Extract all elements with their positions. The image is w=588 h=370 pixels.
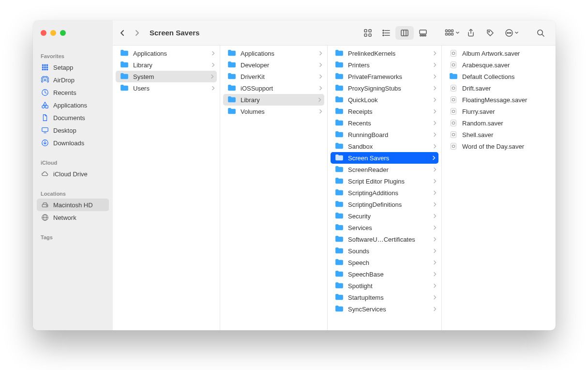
zoom-button[interactable] bbox=[60, 30, 66, 36]
folder-icon bbox=[227, 61, 237, 69]
group-button[interactable] bbox=[445, 29, 460, 37]
icon-view-button[interactable] bbox=[359, 26, 377, 40]
file-row[interactable]: Arabesque.saver bbox=[442, 59, 556, 71]
folder-row[interactable]: Volumes bbox=[220, 106, 327, 117]
folder-row[interactable]: ScreenReader bbox=[328, 164, 441, 175]
list-view-button[interactable] bbox=[377, 26, 395, 40]
folder-row[interactable]: Users bbox=[113, 82, 220, 94]
folder-row[interactable]: Sandbox bbox=[328, 140, 441, 152]
folder-row[interactable]: Sounds bbox=[328, 245, 441, 257]
clock-icon bbox=[41, 88, 49, 97]
column-view-button[interactable] bbox=[395, 26, 414, 40]
folder-row[interactable]: Security bbox=[328, 210, 441, 222]
folder-row[interactable]: System bbox=[116, 71, 217, 82]
sidebar-item[interactable]: Macintosh HD bbox=[37, 199, 109, 211]
chevron-right-icon bbox=[433, 109, 437, 114]
row-label: Arabesque.saver bbox=[462, 62, 551, 69]
chevron-right-icon bbox=[433, 62, 437, 67]
column: ApplicationsLibrarySystemUsers bbox=[113, 46, 220, 330]
folder-row[interactable]: RunningBoard bbox=[328, 129, 441, 140]
share-button[interactable] bbox=[463, 26, 479, 40]
row-label: Applications bbox=[133, 50, 208, 57]
sidebar-item[interactable]: Applications bbox=[37, 99, 109, 111]
file-row[interactable]: Shell.saver bbox=[442, 129, 556, 140]
folder-row[interactable]: Applications bbox=[113, 47, 220, 59]
folder-row[interactable]: Applications bbox=[220, 47, 327, 59]
folder-row[interactable]: Spotlight bbox=[328, 280, 441, 292]
file-row[interactable]: Drift.saver bbox=[442, 82, 556, 94]
folder-row[interactable]: StartupItems bbox=[328, 292, 441, 303]
sidebar-item[interactable]: Network bbox=[37, 211, 109, 224]
sidebar-item[interactable]: AirDrop bbox=[37, 74, 109, 86]
file-row[interactable]: Flurry.saver bbox=[442, 106, 556, 117]
folder-row[interactable]: Developer bbox=[220, 59, 327, 71]
folder-row[interactable]: Recents bbox=[328, 117, 441, 129]
back-button[interactable] bbox=[119, 29, 126, 37]
sidebar-item[interactable]: Recents bbox=[37, 86, 109, 99]
row-label: Shell.saver bbox=[462, 131, 551, 139]
folder-row[interactable]: Receipts bbox=[328, 106, 441, 117]
file-row[interactable]: FloatingMessage.saver bbox=[442, 94, 556, 106]
chevron-right-icon bbox=[319, 51, 322, 56]
folder-row[interactable]: ProxySigningStubs bbox=[328, 82, 441, 94]
svg-point-27 bbox=[510, 32, 511, 33]
folder-icon bbox=[334, 212, 344, 220]
folder-row[interactable]: SpeechBase bbox=[328, 268, 441, 280]
action-menu-button[interactable] bbox=[501, 26, 522, 40]
file-icon bbox=[449, 49, 458, 58]
folder-row[interactable]: Services bbox=[328, 222, 441, 233]
sidebar-item-label: Documents bbox=[53, 114, 85, 122]
folder-icon bbox=[334, 293, 344, 302]
folder-icon bbox=[120, 49, 129, 58]
sidebar-item[interactable]: Desktop bbox=[37, 124, 109, 137]
content-body: FavoritesSetappAirDropRecentsApplication… bbox=[33, 46, 556, 330]
folder-row[interactable]: SyncServices bbox=[328, 303, 441, 315]
folder-row[interactable]: ScriptingDefinitions bbox=[328, 199, 441, 210]
folder-row[interactable]: Screen Savers bbox=[331, 152, 438, 164]
sidebar-item[interactable]: Documents bbox=[37, 111, 109, 124]
file-row[interactable]: Word of the Day.saver bbox=[442, 140, 556, 152]
folder-row[interactable]: Printers bbox=[328, 59, 441, 71]
file-row[interactable]: Random.saver bbox=[442, 117, 556, 129]
folder-row[interactable]: Default Collections bbox=[442, 71, 556, 82]
sidebar-item[interactable]: iCloud Drive bbox=[37, 168, 109, 180]
folder-icon bbox=[334, 142, 344, 151]
chevron-right-icon bbox=[319, 86, 322, 91]
file-row[interactable]: Album Artwork.saver bbox=[442, 47, 556, 59]
folder-row[interactable]: iOSSupport bbox=[220, 82, 327, 94]
row-label: QuickLook bbox=[348, 96, 429, 104]
close-button[interactable] bbox=[41, 30, 46, 36]
sidebar-item[interactable]: Setapp bbox=[37, 61, 109, 74]
folder-row[interactable]: Speech bbox=[328, 257, 441, 268]
globe-icon bbox=[41, 213, 49, 222]
chevron-right-icon bbox=[433, 51, 437, 56]
folder-row[interactable]: ScriptingAdditions bbox=[328, 187, 441, 199]
forward-button[interactable] bbox=[133, 29, 141, 37]
folder-icon bbox=[120, 84, 129, 92]
minimize-button[interactable] bbox=[50, 30, 56, 36]
toolbar: Screen Savers bbox=[33, 20, 556, 46]
window-controls bbox=[41, 30, 66, 36]
sidebar-item[interactable]: Downloads bbox=[37, 137, 109, 149]
svg-rect-22 bbox=[452, 33, 453, 35]
folder-row[interactable]: Script Editor Plugins bbox=[328, 175, 441, 187]
folder-row[interactable]: DriverKit bbox=[220, 71, 327, 82]
chevron-right-icon bbox=[433, 272, 437, 277]
row-label: Library bbox=[241, 96, 314, 104]
folder-row[interactable]: SoftwareU…Certificates bbox=[328, 233, 441, 245]
chevron-right-icon bbox=[433, 202, 437, 207]
file-icon bbox=[449, 61, 458, 69]
chevron-right-icon bbox=[433, 121, 437, 125]
gallery-view-button[interactable] bbox=[414, 26, 432, 40]
file-icon bbox=[449, 95, 458, 104]
sidebar-section-title: Locations bbox=[37, 187, 109, 199]
chevron-right-icon bbox=[319, 74, 322, 79]
folder-row[interactable]: Library bbox=[113, 59, 220, 71]
folder-row[interactable]: PrivateFrameworks bbox=[328, 71, 441, 82]
search-button[interactable] bbox=[532, 26, 549, 40]
chevron-right-icon bbox=[211, 74, 214, 79]
folder-row[interactable]: PrelinkedKernels bbox=[328, 47, 441, 59]
folder-row[interactable]: QuickLook bbox=[328, 94, 441, 106]
folder-row[interactable]: Library bbox=[223, 94, 324, 106]
tags-button[interactable] bbox=[482, 26, 498, 40]
